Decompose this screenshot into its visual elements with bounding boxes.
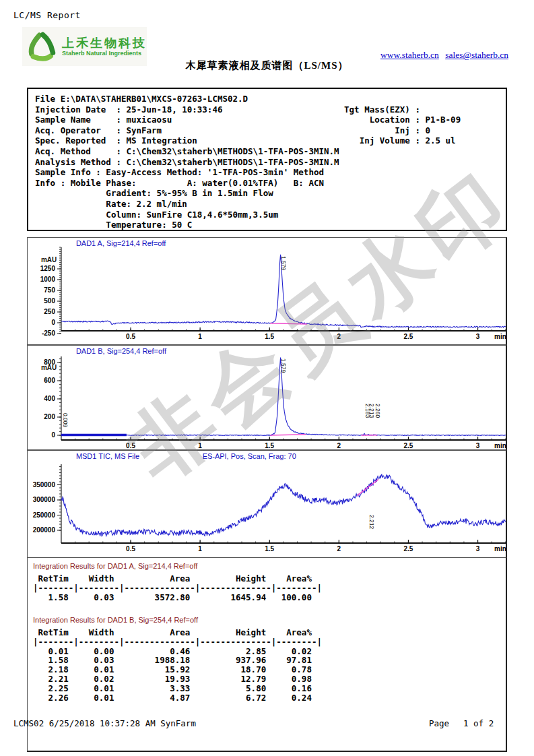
- svg-text:750: 750: [44, 286, 55, 294]
- sample-info-box: File E:\DATA\STAHERB01\MXCS-07263-LCMS02…: [27, 88, 507, 231]
- svg-text:2: 2: [337, 545, 341, 553]
- svg-text:2.212: 2.212: [368, 515, 375, 530]
- chart-box-msd1-tic: MSD1 TIC, MS FileES-API, Pos, Scan, Frag…: [27, 450, 507, 558]
- svg-text:350000: 350000: [33, 481, 56, 489]
- svg-text:250: 250: [44, 308, 55, 315]
- footer-timestamp: LCMS02 6/25/2018 10:37:28 AM SynFarm: [13, 718, 196, 728]
- svg-text:0: 0: [51, 319, 55, 326]
- chart-box-dad1-a: DAD1 A, Sig=214,4 Ref=offmAU125010007505…: [27, 237, 507, 345]
- svg-text:mAU: mAU: [41, 256, 57, 263]
- svg-text:2.213: 2.213: [368, 404, 375, 418]
- svg-text:0.009: 0.009: [62, 413, 69, 428]
- svg-text:min: min: [494, 442, 506, 449]
- svg-text:-250: -250: [42, 329, 55, 337]
- svg-text:2.5: 2.5: [404, 545, 413, 553]
- svg-text:1000: 1000: [40, 276, 56, 283]
- svg-text:1.5: 1.5: [265, 545, 274, 553]
- logo-triangle-icon: [24, 30, 58, 63]
- integration-table-dad1-b: RetTim Width Area Height Area% |-------|…: [33, 628, 322, 702]
- svg-text:1.5: 1.5: [265, 333, 274, 340]
- footer-page-number: 1 of 2: [463, 718, 494, 728]
- svg-text:0.5: 0.5: [126, 545, 135, 553]
- chart-dad1-a: DAD1 A, Sig=214,4 Ref=offmAU125010007505…: [28, 238, 506, 344]
- svg-text:1: 1: [198, 442, 202, 449]
- logo-en-text: Staherb Natural Ingredients: [62, 50, 147, 57]
- svg-text:3: 3: [476, 545, 480, 553]
- chart-msd1-tic: MSD1 TIC, MS FileES-API, Pos, Scan, Frag…: [28, 451, 506, 557]
- svg-text:2: 2: [337, 333, 341, 340]
- lcms-report-page: LC/MS Report 上禾生物科技 Staherb Natural Ingr…: [0, 0, 534, 756]
- svg-text:DAD1 B, Sig=254,4 Ref=off: DAD1 B, Sig=254,4 Ref=off: [76, 347, 167, 355]
- svg-text:DAD1 A, Sig=214,4 Ref=off: DAD1 A, Sig=214,4 Ref=off: [76, 239, 166, 247]
- website-link[interactable]: www.staherb.cn: [380, 50, 439, 60]
- svg-text:2.260: 2.260: [374, 404, 381, 418]
- svg-text:2: 2: [337, 442, 341, 449]
- integration-table-dad1-a: RetTim Width Area Height Area% |-------|…: [33, 574, 322, 602]
- svg-text:2.5: 2.5: [404, 333, 413, 340]
- integration-table-title-dad1-a: Integration Results for DAD1 A, Sig=214,…: [33, 562, 197, 570]
- svg-text:1: 1: [198, 333, 202, 340]
- svg-text:0.5: 0.5: [126, 442, 135, 449]
- chart-dad1-b: DAD1 B, Sig=254,4 Ref=offmAU800600400200…: [28, 346, 506, 449]
- email-link[interactable]: sales@staherb.cn: [445, 50, 508, 60]
- svg-text:300000: 300000: [33, 496, 56, 503]
- svg-text:3: 3: [476, 442, 480, 449]
- svg-text:1.579: 1.579: [280, 358, 287, 373]
- report-type-label: LC/MS Report: [13, 10, 81, 20]
- logo-cn-text: 上禾生物科技: [62, 36, 147, 50]
- svg-text:500: 500: [44, 297, 55, 305]
- chart-box-dad1-b: DAD1 B, Sig=254,4 Ref=offmAU800600400200…: [27, 345, 507, 450]
- svg-text:1250: 1250: [40, 265, 56, 272]
- footer-page-label: Page: [429, 718, 449, 728]
- svg-text:2.5: 2.5: [404, 442, 413, 449]
- svg-text:0: 0: [51, 431, 55, 439]
- svg-text:200000: 200000: [33, 526, 56, 534]
- document-title: 木犀草素液相及质谱图（LS/MS）: [0, 59, 534, 72]
- svg-text:min: min: [494, 545, 506, 553]
- svg-text:400: 400: [44, 395, 55, 402]
- svg-text:1: 1: [198, 545, 202, 553]
- integration-table-title-dad1-b: Integration Results for DAD1 B, Sig=254,…: [33, 616, 198, 624]
- svg-text:200: 200: [44, 413, 55, 420]
- svg-text:600: 600: [44, 377, 55, 384]
- svg-text:3: 3: [476, 333, 480, 340]
- svg-text:min: min: [494, 333, 506, 340]
- svg-text:ES-API, Pos, Scan, Frag: 70: ES-API, Pos, Scan, Frag: 70: [203, 452, 296, 460]
- svg-text:1.579: 1.579: [280, 256, 287, 271]
- svg-text:250000: 250000: [33, 511, 56, 519]
- svg-text:MSD1 TIC, MS File: MSD1 TIC, MS File: [76, 452, 139, 460]
- logo-text: 上禾生物科技 Staherb Natural Ingredients: [62, 36, 147, 57]
- svg-text:0.5: 0.5: [126, 333, 135, 340]
- svg-text:1.5: 1.5: [265, 442, 274, 449]
- svg-text:800: 800: [44, 358, 55, 366]
